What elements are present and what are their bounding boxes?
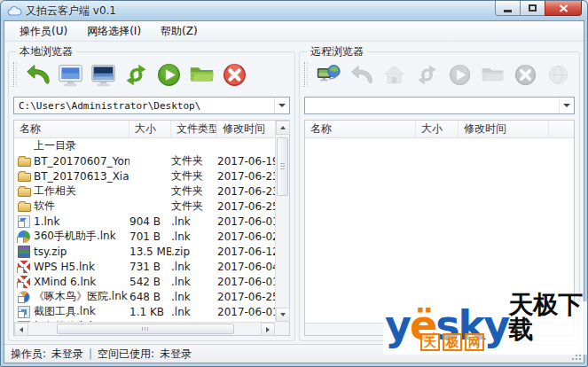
back-icon (25, 62, 51, 88)
remote-site-button[interactable] (544, 60, 572, 89)
shortcut-icon (18, 215, 30, 228)
file-time: 2017-06-02 16:0 (217, 230, 275, 243)
remote-address-combo[interactable] (304, 97, 575, 114)
local-browser-panel: 本地浏览器 C:\Users\Administrator\Desktop\ 名称… (8, 51, 295, 341)
scroll-up-button[interactable] (276, 121, 290, 135)
folder-icon (18, 173, 31, 182)
file-name: tsy.zip (34, 246, 129, 258)
status-space-value: 未登录 (160, 347, 192, 362)
local-address-value: C:\Users\Administrator\Desktop\ (14, 100, 274, 112)
column-header-name[interactable]: 名称 (305, 121, 416, 137)
remote-file-list: 名称 大小 修改时间 (304, 120, 575, 336)
menubar: 操作员(U) 网络选择(I) 帮助(Z) (4, 21, 584, 42)
resize-grip[interactable] (571, 350, 582, 361)
vertical-scroll-thumb[interactable] (277, 137, 288, 196)
cancel-button[interactable] (220, 60, 248, 89)
start-transfer-button[interactable] (154, 60, 183, 89)
file-time: 2017-06-01 13:4 (217, 306, 275, 318)
file-row[interactable]: 截图工具.lnk1.1 KB.lnk2017-06-01 13:4 (14, 304, 275, 319)
toolbar-gripper[interactable] (13, 62, 17, 87)
column-header-size[interactable]: 大小 (129, 121, 171, 137)
remote-back-button[interactable] (347, 60, 375, 89)
refresh-button[interactable] (122, 60, 150, 89)
desktop-icon (90, 62, 116, 88)
window-controls (495, 1, 582, 16)
close-button[interactable] (545, 1, 582, 16)
menu-network[interactable]: 网络选择(I) (79, 21, 149, 42)
local-file-list-body: 上一目录BT_20170607_YongH...文件夹2017-06-19 17… (14, 138, 275, 322)
remote-new-folder-button[interactable] (478, 60, 506, 89)
menu-operator[interactable]: 操作员(U) (12, 21, 75, 42)
file-icon-cell (14, 291, 34, 303)
minimize-button[interactable] (495, 1, 521, 16)
file-time: 2017-06-01 13:4 (217, 215, 275, 228)
file-size: 1.1 KB (129, 306, 171, 318)
local-toolbar (13, 58, 290, 91)
file-row[interactable]: 1.lnk904 B.lnk2017-06-01 13:4 (14, 214, 275, 229)
file-name: 1.lnk (34, 215, 129, 228)
app-window: 又拍云客户端 v0.1 操作员(U) 网络选择(I) 帮助(Z) 本地浏览器 (0, 0, 588, 367)
scroll-down-button[interactable] (276, 308, 290, 322)
folder-icon (18, 203, 31, 212)
file-row[interactable]: BT_20170607_YongH...文件夹2017-06-19 17:4 (14, 153, 275, 168)
file-row[interactable]: 上一目录 (14, 138, 275, 153)
folder-icon (18, 158, 31, 167)
file-name: XMind 6.lnk (34, 276, 129, 288)
file-type: .lnk (171, 215, 217, 228)
menu-help[interactable]: 帮助(Z) (153, 21, 206, 42)
file-type: .zip (171, 246, 217, 258)
remote-cancel-button[interactable] (511, 60, 539, 89)
file-name: BT_20170607_YongH... (34, 155, 129, 168)
local-list-header: 名称 大小 文件类型 修改时间 (14, 121, 289, 138)
scroll-left-button[interactable] (14, 323, 28, 336)
file-name: 工作相关 (34, 184, 129, 199)
column-header-size[interactable]: 大小 (416, 121, 459, 137)
client-area: 操作员(U) 网络选择(I) 帮助(Z) 本地浏览器 C:\Users\Admi… (4, 20, 584, 363)
maximize-button[interactable] (521, 1, 545, 16)
file-row[interactable]: XMind 6.lnk542 B.lnk2017-06-01 13:4 (14, 274, 275, 289)
toolbar-gripper[interactable] (304, 62, 308, 87)
file-row[interactable]: WPS H5.lnk731 B.lnk2017-06-04 11:0 (14, 259, 275, 274)
remote-home-button[interactable] (380, 60, 408, 89)
file-type: 文件夹 (171, 184, 217, 199)
connect-button[interactable] (314, 60, 342, 89)
remote-address-dropdown[interactable] (559, 98, 574, 113)
remote-horizontal-scroll-track[interactable] (305, 323, 574, 335)
local-address-combo[interactable]: C:\Users\Administrator\Desktop\ (13, 97, 290, 114)
file-row[interactable]: 360手机助手.lnk701 B.lnk2017-06-02 16:0 (14, 229, 275, 244)
file-row[interactable]: 软件文件夹2017-06-25 09:5 (14, 199, 275, 214)
horizontal-scrollbar[interactable] (14, 322, 275, 335)
scroll-right-button[interactable] (261, 323, 275, 336)
status-operator-value: 未登录 (51, 347, 83, 362)
remote-refresh-button[interactable] (412, 60, 441, 89)
status-space-label: 空间已使用: (98, 347, 154, 362)
file-row[interactable]: BT_20170613_XianX...文件夹2017-06-23 14:5 (14, 168, 275, 184)
column-header-name[interactable]: 名称 (14, 121, 129, 137)
globe-icon (546, 63, 570, 87)
column-header-type[interactable]: 文件类型 (171, 121, 217, 137)
local-address-dropdown[interactable] (274, 98, 289, 113)
remote-start-button[interactable] (445, 60, 474, 89)
horizontal-scroll-thumb[interactable] (57, 324, 234, 334)
file-size: 731 B (129, 261, 171, 273)
file-icon-cell (14, 200, 34, 212)
folder-icon (481, 63, 505, 87)
titlebar: 又拍云客户端 v0.1 (1, 1, 587, 20)
file-row[interactable]: tsy.zip13.5 MB.zip2017-06-12 16:1 (14, 244, 275, 259)
file-time: 2017-06-19 17:4 (217, 155, 275, 168)
file-row[interactable]: 工作相关文件夹2017-06-23 14:4 (14, 184, 275, 199)
file-size: 904 B (129, 215, 171, 228)
file-time: 2017-06-12 16:1 (217, 246, 275, 258)
file-name: WPS H5.lnk (34, 261, 129, 273)
play-icon (156, 62, 182, 88)
computer-button[interactable] (56, 60, 84, 89)
back-button[interactable] (23, 60, 51, 89)
file-icon-cell (14, 276, 34, 288)
new-folder-button[interactable] (187, 60, 216, 89)
vertical-scrollbar[interactable] (275, 121, 289, 322)
file-type: .lnk (171, 306, 217, 318)
file-time: 2017-06-25 09:4 (217, 291, 275, 303)
desktop-button[interactable] (89, 60, 117, 89)
column-header-time[interactable]: 修改时间 (459, 121, 549, 137)
file-row[interactable]: 《啄木鸟》医院.lnk648 B.lnk2017-06-25 09:4 (14, 289, 275, 304)
